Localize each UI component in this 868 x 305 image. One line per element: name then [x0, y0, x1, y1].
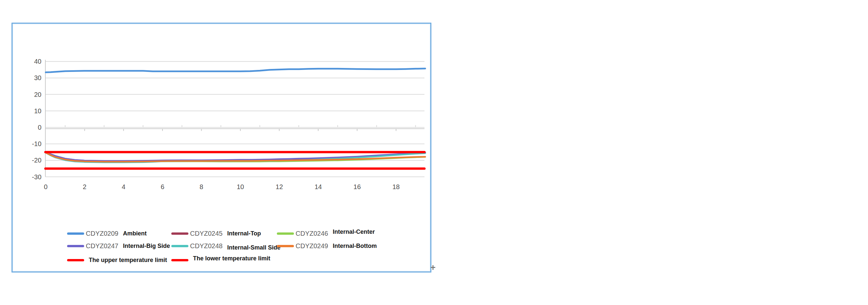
series-line-CDYZ0209 — [46, 69, 425, 73]
legend-series-name: Internal-Big Side — [123, 243, 170, 249]
legend-series-name: Internal-Bottom — [333, 243, 377, 249]
legend-swatch — [67, 259, 84, 261]
x-axis-label-14: 14 — [315, 183, 322, 191]
cursor-cross-mark: + — [429, 264, 437, 271]
x-axis-label-6: 6 — [161, 183, 164, 191]
legend-item-cdyz0247[interactable]: CDYZ0247Internal-Big Side — [67, 242, 170, 250]
y-axis-label--20: -20 — [32, 157, 41, 164]
x-axis-label-18: 18 — [392, 183, 400, 191]
y-axis-label-20: 20 — [34, 91, 41, 98]
legend-item-cdyz0248[interactable]: CDYZ0248Internal-Small Side — [171, 242, 280, 250]
x-axis-label-16: 16 — [353, 183, 361, 191]
legend-series-name: Internal-Top — [227, 230, 261, 237]
y-axis-label-10: 10 — [34, 107, 41, 114]
y-axis-label--30: -30 — [32, 173, 41, 180]
y-axis-label-30: 30 — [34, 74, 41, 81]
legend-item-cdyz0209[interactable]: CDYZ0209Ambient — [67, 229, 147, 238]
legend-swatch — [277, 232, 294, 235]
legend-series-code: CDYZ0248 — [190, 242, 223, 250]
legend-series-name: The lower temperature limit — [193, 255, 270, 262]
legend-series-name: Ambient — [123, 230, 147, 237]
legend-swatch — [171, 245, 188, 247]
legend-swatch — [67, 245, 84, 247]
x-axis-label-4: 4 — [122, 183, 125, 191]
legend-item-cdyz0246[interactable]: CDYZ0246Internal-Center — [277, 229, 375, 238]
legend-item-cdyz0245[interactable]: CDYZ0245Internal-Top — [171, 229, 261, 238]
legend-series-code: CDYZ0245 — [190, 230, 223, 237]
legend-item-cdyz0249[interactable]: CDYZ0249Internal-Bottom — [277, 242, 377, 250]
x-axis-label-8: 8 — [199, 183, 203, 191]
legend-swatch — [277, 245, 294, 247]
legend-series-code: CDYZ0246 — [296, 230, 328, 237]
legend-item-the-lower-temperature-limit[interactable]: The lower temperature limit — [171, 256, 270, 264]
document-canvas: 403020100-10-20-30024681012141618 CDYZ02… — [0, 0, 868, 305]
x-axis-label-10: 10 — [237, 183, 244, 191]
legend-series-code: CDYZ0249 — [296, 242, 328, 250]
chart-container[interactable]: 403020100-10-20-30024681012141618 CDYZ02… — [11, 23, 431, 272]
legend-series-name: The upper temperature limit — [89, 257, 167, 264]
y-axis-label--10: -10 — [32, 140, 41, 147]
x-axis-label-12: 12 — [276, 183, 283, 191]
legend-series-name: Internal-Center — [333, 229, 375, 235]
x-axis-label-2: 2 — [83, 183, 87, 191]
legend-item-the-upper-temperature-limit[interactable]: The upper temperature limit — [67, 256, 167, 264]
x-axis-label-0: 0 — [44, 183, 48, 191]
legend-series-code: CDYZ0247 — [86, 242, 118, 250]
y-axis-label-0: 0 — [38, 124, 41, 131]
legend-swatch — [171, 259, 188, 261]
y-axis-label-40: 40 — [34, 58, 41, 65]
legend-swatch — [171, 232, 188, 235]
legend-series-name: Internal-Small Side — [227, 244, 280, 251]
legend-swatch — [67, 232, 84, 235]
legend-series-code: CDYZ0209 — [86, 230, 118, 237]
